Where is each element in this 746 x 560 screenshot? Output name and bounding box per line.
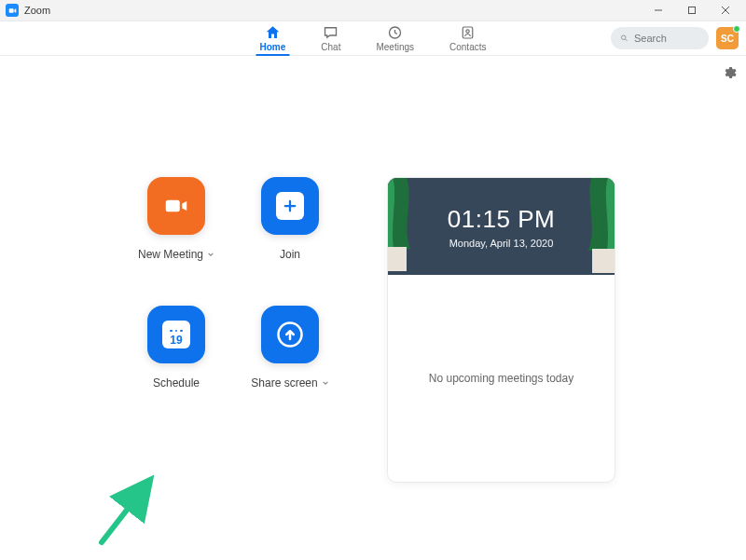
chevron-down-icon — [322, 379, 329, 387]
search-input[interactable] — [634, 33, 699, 44]
actions-grid: New Meeting Join 19 Schedule — [135, 177, 331, 389]
join-label: Join — [280, 248, 300, 261]
content-area: New Meeting Join 19 Schedule — [0, 56, 746, 560]
svg-line-9 — [626, 39, 628, 41]
settings-button[interactable] — [722, 65, 737, 84]
new-meeting-label: New Meeting — [138, 248, 203, 261]
svg-rect-2 — [689, 7, 696, 14]
window-close-button[interactable] — [709, 0, 742, 20]
join-button[interactable]: Join — [261, 177, 319, 261]
search-icon — [620, 33, 629, 44]
clock-date: Monday, April 13, 2020 — [449, 238, 554, 249]
annotation-arrow — [97, 472, 162, 547]
plant-decoration-right — [560, 178, 615, 275]
calendar-icon: 19 — [147, 306, 205, 363]
nav-contacts-label: Contacts — [449, 42, 486, 52]
chevron-down-icon — [207, 251, 214, 258]
presence-indicator — [733, 25, 740, 33]
nav-meetings-label: Meetings — [376, 42, 414, 52]
chat-icon — [323, 24, 339, 41]
home-icon — [264, 24, 281, 41]
profile-avatar[interactable]: SC — [716, 27, 739, 49]
svg-point-8 — [622, 35, 627, 40]
clock-banner: 01:15 PM Monday, April 13, 2020 — [388, 178, 615, 275]
window-maximize-button[interactable] — [675, 0, 709, 20]
share-screen-button[interactable]: Share screen — [251, 306, 328, 389]
nav-contacts[interactable]: Contacts — [446, 22, 490, 55]
nav-home[interactable]: Home — [256, 22, 290, 55]
nav-chat-label: Chat — [321, 42, 340, 52]
clock-time: 01:15 PM — [448, 205, 555, 234]
main-nav: Home Chat Meetings Contacts — [256, 22, 490, 55]
window-minimize-button[interactable] — [642, 0, 675, 20]
top-toolbar: Home Chat Meetings Contacts SC — [0, 21, 746, 56]
plant-decoration-left — [388, 178, 438, 275]
svg-point-7 — [466, 30, 469, 33]
nav-home-label: Home — [260, 42, 286, 52]
nav-chat[interactable]: Chat — [317, 22, 344, 55]
contacts-icon — [460, 24, 477, 41]
arrow-up-icon — [261, 306, 319, 363]
plus-icon — [261, 177, 319, 235]
titlebar: Zoom — [0, 0, 746, 21]
calendar-day-number: 19 — [170, 335, 182, 346]
svg-rect-10 — [166, 200, 180, 212]
svg-rect-14 — [388, 247, 407, 271]
share-screen-label: Share screen — [251, 376, 317, 389]
schedule-button[interactable]: 19 Schedule — [147, 306, 205, 389]
search-box[interactable] — [611, 27, 709, 49]
clock-icon — [387, 24, 404, 41]
upcoming-panel: 01:15 PM Monday, April 13, 2020 No upcom… — [387, 177, 615, 483]
zoom-app-icon — [6, 4, 19, 17]
svg-rect-0 — [8, 8, 13, 13]
video-icon — [147, 177, 205, 235]
schedule-label: Schedule — [153, 376, 200, 389]
new-meeting-button[interactable]: New Meeting — [138, 177, 214, 261]
upcoming-empty-message: No upcoming meetings today — [429, 372, 573, 385]
window-title: Zoom — [24, 5, 50, 16]
upcoming-body: No upcoming meetings today — [388, 275, 615, 482]
avatar-initials: SC — [721, 34, 734, 44]
svg-rect-15 — [592, 249, 615, 273]
nav-meetings[interactable]: Meetings — [372, 22, 418, 55]
